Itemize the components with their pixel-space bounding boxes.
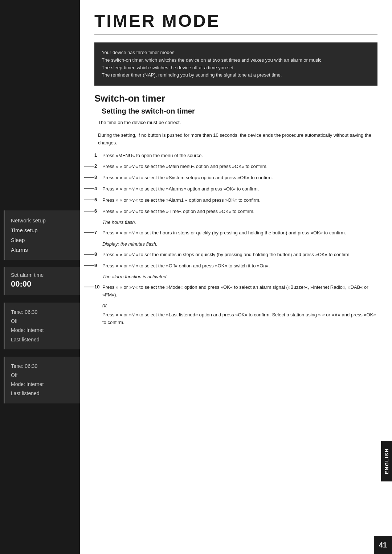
step-item-9: 9 Press » « or »∨« to select the »Off« o… (94, 262, 377, 270)
step-item-3: 3 Press » « or »∨« to select the »System… (94, 174, 377, 182)
step-item-7: 7 Press » « or »∨« to set the hours in s… (94, 229, 377, 237)
alarm-title: Set alarm time (11, 272, 74, 278)
step-note-6: The hours flash. (94, 219, 377, 226)
step-number-3: 3 (94, 174, 102, 180)
step-text-4: Press » « or »∨« to select the »Alarms« … (102, 185, 377, 193)
sidebar-item-network-setup: Network setup (11, 216, 74, 225)
info-line-1-3: Mode: Internet (11, 326, 74, 335)
step-connector-8 (84, 254, 94, 255)
step-text-7: Press » « or »∨« to set the hours in ste… (102, 229, 377, 237)
info-line-1-2: Off (11, 317, 74, 326)
step-text-8: Press » « or »∨« to set the minutes in s… (102, 251, 377, 259)
step-connector-5 (84, 200, 94, 200)
page-title: TIMER MODE (94, 11, 377, 35)
or-divider: or (102, 303, 377, 308)
step-number-2: 2 (94, 163, 102, 169)
step-connector-2 (84, 166, 94, 167)
description-1: The time on the device must be correct. (94, 119, 377, 127)
step-number-6: 6 (94, 208, 102, 214)
step-connector-3 (84, 177, 94, 178)
step-connector-6 (84, 211, 94, 212)
step-note-7: Display: the minutes flash. (94, 241, 377, 248)
info-line-2-2: Off (11, 371, 74, 380)
intro-box: Your device has three timer modes: The s… (94, 42, 377, 86)
step-item-2: 2 Press » « or »∨« to select the »Main m… (94, 163, 377, 171)
page: Network setup Time setup Sleep Alarms Se… (0, 0, 392, 554)
step-item-4: 4 Press » « or »∨« to select the »Alarms… (94, 185, 377, 193)
step-connector-9 (84, 265, 94, 266)
step-number-7: 7 (94, 229, 102, 235)
page-header: TIMER MODE (80, 0, 392, 35)
step-number-8: 8 (94, 251, 102, 257)
step-text-5: Press » « or »∨« to select the »Alarm1 «… (102, 197, 377, 204)
step-text-2: Press » « or »∨« to select the »Main men… (102, 163, 377, 171)
info-line-2-4: Last listened (11, 389, 74, 398)
sidebar-alarm-box: Set alarm time 00:00 (4, 267, 80, 295)
step-item-6: 6 Press » « or »∨« to select the »Time« … (94, 208, 377, 216)
steps-list: 1 Press »MENU« to open the menu of the s… (94, 152, 377, 299)
sidebar-item-alarms: Alarms (11, 245, 74, 255)
step-item-10: 10 Press » « or »∨« to select the »Mode«… (94, 284, 377, 299)
info-line-2-3: Mode: Internet (11, 380, 74, 389)
info-line-1-1: Time: 06:30 (11, 308, 74, 317)
subsection-title: Setting the switch-on timer (94, 107, 377, 115)
step-number-5: 5 (94, 197, 102, 202)
step-text-1: Press »MENU« to open the menu of the sou… (102, 152, 377, 160)
step-note-9: The alarm function is activated. (94, 273, 377, 281)
section-title: Switch-on timer (94, 93, 377, 104)
step-item-1: 1 Press »MENU« to open the menu of the s… (94, 152, 377, 160)
step-number-9: 9 (94, 262, 102, 268)
step-text-6: Press » « or »∨« to select the »Time« op… (102, 208, 377, 216)
step-connector-10 (84, 287, 94, 287)
step-text-3: Press » « or »∨« to select the »System s… (102, 174, 377, 182)
step-connector-7 (84, 232, 94, 233)
info-line-2-1: Time: 06:30 (11, 362, 74, 371)
description-2: During the setting, if no button is push… (94, 132, 377, 147)
sidebar-info-box-2: Time: 06:30 Off Mode: Internet Last list… (4, 357, 80, 403)
alarm-time: 00:00 (11, 279, 74, 289)
last-step-text: Press » « or »∨« to select the »Last lis… (94, 311, 377, 327)
sidebar-item-time-setup: Time setup (11, 225, 74, 235)
step-text-10: Press » « or »∨« to select the »Mode« op… (102, 284, 377, 299)
info-line-1-4: Last listened (11, 335, 74, 344)
content-body: Your device has three timer modes: The s… (80, 35, 392, 338)
language-label: ENGLISH (384, 448, 389, 474)
step-item-5: 5 Press » « or »∨« to select the »Alarm1… (94, 197, 377, 204)
step-text-9: Press » « or »∨« to select the »Off« opt… (102, 262, 377, 270)
language-tab: ENGLISH (381, 441, 392, 481)
sidebar: Network setup Time setup Sleep Alarms Se… (0, 0, 80, 554)
step-item-8: 8 Press » « or »∨« to set the minutes in… (94, 251, 377, 259)
step-number-10: 10 (94, 284, 102, 290)
content-area: TIMER MODE Your device has three timer m… (80, 0, 392, 554)
intro-text: Your device has three timer modes: The s… (102, 49, 370, 79)
sidebar-info-box-1: Time: 06:30 Off Mode: Internet Last list… (4, 303, 80, 349)
sidebar-menu-group: Network setup Time setup Sleep Alarms (4, 210, 80, 260)
sidebar-item-sleep: Sleep (11, 235, 74, 245)
step-number-1: 1 (94, 152, 102, 158)
step-number-4: 4 (94, 185, 102, 191)
page-number: 41 (374, 536, 392, 554)
step-connector-4 (84, 188, 94, 189)
